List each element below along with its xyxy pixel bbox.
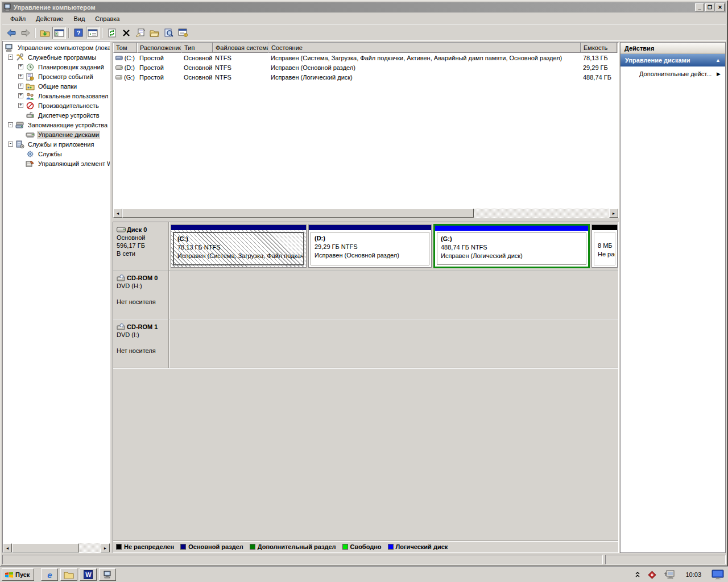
column-header-capacity[interactable]: Емкость [581,43,617,53]
properties-icon[interactable] [134,27,147,39]
expand-expander[interactable]: + [18,64,23,69]
tree-item-shared-folders[interactable]: + Общие папки [3,81,110,91]
column-header-fs[interactable]: Файловая система [213,43,268,53]
display-tray-icon[interactable] [712,569,724,580]
collapse-expander[interactable]: - [8,55,13,60]
tree-item-device-manager[interactable]: Диспетчер устройств [3,110,110,120]
services-apps-icon [15,140,24,148]
cdrom0-info[interactable]: CD-ROM 0 DVD (H:) Нет носителя [113,271,169,319]
tree-item-local-users[interactable]: + Локальные пользовател [3,91,110,101]
column-header-layout[interactable]: Расположение [137,43,181,53]
collapse-expander[interactable]: - [8,122,13,127]
word-icon[interactable]: W [80,568,97,581]
expand-expander[interactable]: + [18,93,23,98]
shared-folders-icon [26,82,35,90]
internet-explorer-icon[interactable]: e [41,568,58,581]
scrollbar-thumb[interactable] [122,209,474,218]
column-header-type[interactable]: Тип [181,43,213,53]
tree-horizontal-scrollbar[interactable]: ◄ ► [3,543,110,552]
scroll-left-icon[interactable]: ◄ [3,543,12,552]
console-tree-icon[interactable] [52,27,66,39]
performance-icon [26,102,35,110]
help-icon[interactable]: ? [72,27,85,39]
console-tree: Управление компьютером (лока - Служебные… [3,43,110,543]
tree-item-system-tools[interactable]: - Служебные программы [3,52,110,62]
collapse-chevron-icon[interactable]: ▲ [715,57,721,63]
primary-partition-stripe [309,225,431,230]
delete-icon[interactable] [119,27,133,39]
volume-row-g[interactable]: (G:) Простой Основной NTFS Исправен (Лог… [113,72,618,82]
expand-expander[interactable]: + [18,74,23,79]
legend-swatch [342,544,348,550]
title-bar[interactable]: Управление компьютером _ ❐ ✕ [2,2,726,13]
partition-d[interactable]: (D:) 29,29 ГБ NTFS Исправен (Основной ра… [308,225,432,268]
more-actions-item[interactable]: Дополнительные дейст... ▶ [621,66,725,81]
volume-icon [115,74,122,80]
tree-item-disk-management[interactable]: Управление дисками [3,130,110,139]
scroll-right-icon[interactable]: ► [609,209,618,218]
start-button[interactable]: Пуск [2,568,34,581]
legend-swatch [116,544,122,550]
toolbar-separator [35,28,36,38]
menu-file[interactable]: Файл [6,14,30,23]
antivirus-tray-icon[interactable] [647,570,657,580]
taskbar: Пуск e W 10:03 [0,567,728,582]
tree-item-wmi-control[interactable]: Управляющий элемент W [3,159,110,168]
cdrom-icon [117,275,126,281]
partition-c[interactable]: (C:) 78,13 ГБ NTFS Исправен (Система, За… [171,225,307,268]
computer-icon [5,44,14,52]
legend-logical-disk: Логический диск [388,543,448,550]
disk0-info[interactable]: Диск 0 Основной 596,17 ГБ В сети [113,222,169,270]
wmi-control-icon [26,160,35,168]
scroll-left-icon[interactable]: ◄ [113,209,122,218]
show-window-icon[interactable] [86,27,100,39]
actions-section-disk-management[interactable]: Управление дисками ▲ [621,54,725,66]
computer-management-icon[interactable] [99,568,116,581]
tree-item-computer-management[interactable]: Управление компьютером (лока [3,43,110,52]
column-header-volume[interactable]: Том [113,43,137,53]
menu-view[interactable]: Вид [69,14,89,23]
export-list-icon[interactable] [38,27,52,39]
volume-row-d[interactable]: (D:) Простой Основной NTFS Исправен (Осн… [113,63,618,72]
restore-button[interactable]: ❐ [705,3,714,11]
unallocated-space[interactable]: 8 МБ Не распределен [592,225,618,268]
manage-icon[interactable] [176,27,190,39]
open-folder-icon[interactable] [148,27,162,39]
scrollbar-thumb[interactable] [12,543,79,552]
toolbar-separator [68,28,69,38]
tray-expand-chevron-icon[interactable] [635,571,640,578]
minimize-button[interactable]: _ [695,3,704,11]
expand-expander[interactable]: + [18,84,23,89]
cdrom0-row: CD-ROM 0 DVD (H:) Нет носителя [113,271,618,319]
column-header-status[interactable]: Состояние [268,43,581,53]
expand-expander[interactable]: + [18,103,23,108]
cdrom1-info[interactable]: CD-ROM 1 DVD (I:) Нет носителя [113,319,169,368]
tree-item-task-scheduler[interactable]: + Планировщик заданий [3,62,110,72]
network-tray-icon[interactable] [664,570,675,579]
tree-item-performance[interactable]: + Производительность [3,101,110,110]
list-horizontal-scrollbar[interactable]: ◄ ► [113,209,618,218]
status-bar [2,555,726,564]
collapse-expander[interactable]: - [8,142,13,147]
close-button[interactable]: ✕ [715,3,725,11]
tree-item-services-apps[interactable]: - Службы и приложения [3,139,110,149]
partition-g-extended[interactable]: (G:) 488,74 ГБ NTFS Исправен (Логический… [433,224,590,268]
tree-item-services[interactable]: Службы [3,149,110,159]
back-icon[interactable] [5,27,18,39]
volume-row-c[interactable]: (C:) Простой Основной NTFS Исправен (Сис… [113,53,618,63]
forward-icon[interactable] [19,27,32,39]
menu-action[interactable]: Действие [31,14,68,23]
clock[interactable]: 10:03 [682,571,705,578]
primary-partition-stripe [171,225,306,230]
tree-item-storage[interactable]: - Запоминающие устройства [3,120,110,130]
scroll-right-icon[interactable]: ► [101,543,110,552]
menu-help[interactable]: Справка [90,14,124,23]
folder-icon[interactable] [60,568,77,581]
find-icon[interactable] [162,27,176,39]
tree-item-event-viewer[interactable]: + Просмотр событий [3,72,110,81]
event-viewer-icon [26,73,35,81]
refresh-icon[interactable] [105,27,119,39]
legend-swatch [388,544,394,550]
legend-swatch [250,544,255,550]
graphical-view: Диск 0 Основной 596,17 ГБ В сети (C:) 78… [113,222,619,553]
